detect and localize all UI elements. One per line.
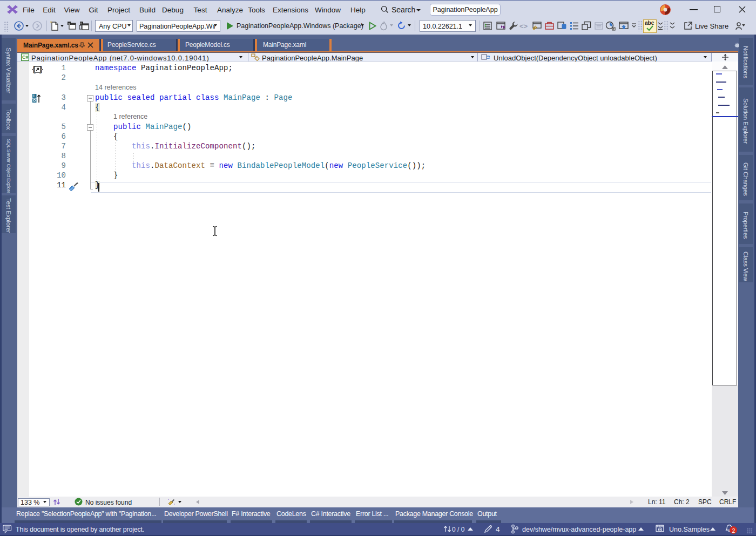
svg-text:C#: C# [22, 55, 29, 60]
svg-text:I: I [33, 94, 35, 98]
svg-text:*: * [50, 21, 52, 25]
